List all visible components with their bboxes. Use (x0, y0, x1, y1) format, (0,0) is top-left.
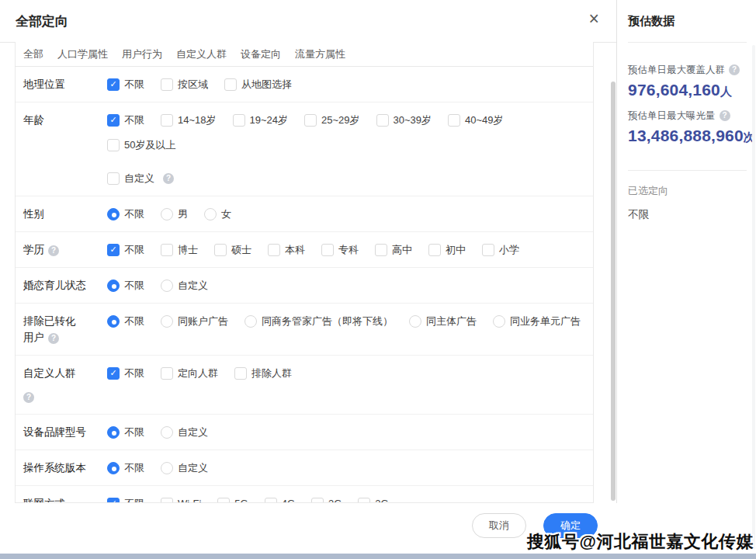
checkbox-option[interactable]: 3G (311, 495, 342, 503)
checkbox-option[interactable]: 从地图选择 (224, 76, 292, 92)
checkbox-checked-icon[interactable]: ✓ (107, 367, 120, 380)
modal-scrollbar-thumb[interactable] (611, 82, 616, 501)
checkbox-icon[interactable] (321, 244, 334, 256)
radio-option[interactable]: 不限 (107, 460, 144, 476)
radio-option[interactable]: 不限 (107, 424, 144, 440)
checkbox-checked-icon[interactable]: ✓ (107, 244, 120, 256)
checkbox-icon[interactable] (214, 244, 227, 256)
radio-icon[interactable] (409, 315, 421, 328)
tab-5[interactable]: 流量方属性 (295, 47, 345, 61)
radio-option[interactable]: 不限 (107, 277, 144, 293)
checkbox-option[interactable]: 专科 (321, 241, 359, 258)
checkbox-icon[interactable] (161, 367, 173, 380)
radio-option[interactable]: 自定义 (161, 277, 208, 293)
checkbox-icon[interactable] (375, 244, 387, 256)
checkbox-option[interactable]: Wi-Fi (161, 495, 201, 503)
checkbox-icon[interactable] (428, 244, 441, 256)
help-icon[interactable] (23, 392, 34, 403)
checkbox-option[interactable]: ✓不限 (107, 365, 144, 381)
checkbox-option[interactable]: 高中 (375, 241, 412, 258)
radio-checked-icon[interactable] (107, 280, 120, 292)
checkbox-icon[interactable] (304, 114, 317, 127)
checkbox-option[interactable]: ✓不限 (107, 495, 144, 503)
checkbox-icon[interactable] (224, 78, 237, 91)
radio-option[interactable]: 同主体广告 (409, 313, 477, 329)
radio-icon[interactable] (161, 462, 173, 474)
tab-3[interactable]: 自定义人群 (176, 47, 227, 61)
tab-0[interactable]: 全部 (23, 47, 43, 61)
checkbox-option[interactable]: ✓不限 (107, 112, 144, 128)
help-icon[interactable] (729, 64, 740, 75)
checkbox-icon[interactable] (234, 367, 247, 380)
checkbox-icon[interactable] (161, 78, 173, 91)
radio-checked-icon[interactable] (107, 426, 120, 439)
radio-option[interactable]: 不限 (107, 313, 144, 329)
radio-option[interactable]: 女 (204, 206, 231, 222)
checkbox-option[interactable]: 19~24岁 (233, 112, 289, 128)
checkbox-icon[interactable] (376, 114, 389, 127)
radio-icon[interactable] (244, 315, 257, 328)
checkbox-icon[interactable] (217, 498, 230, 504)
checkbox-option[interactable]: 硕士 (214, 241, 251, 258)
radio-checked-icon[interactable] (107, 208, 120, 220)
checkbox-option[interactable]: 40~49岁 (448, 112, 504, 128)
radio-option[interactable]: 同账户广告 (161, 313, 228, 329)
radio-icon[interactable] (204, 208, 217, 220)
help-icon[interactable] (163, 173, 174, 184)
checkbox-icon[interactable] (107, 139, 120, 151)
checkbox-option[interactable]: 25~29岁 (304, 112, 360, 128)
checkbox-option[interactable]: 博士 (161, 241, 198, 258)
radio-checked-icon[interactable] (107, 462, 120, 474)
radio-icon[interactable] (161, 208, 173, 220)
panel-scrollbar-track[interactable] (752, 45, 755, 550)
checkbox-icon[interactable] (161, 114, 173, 127)
checkbox-icon[interactable] (358, 498, 370, 504)
checkbox-icon[interactable] (268, 244, 280, 256)
help-icon[interactable] (720, 110, 730, 121)
checkbox-option[interactable]: 14~18岁 (161, 112, 217, 128)
help-icon[interactable] (48, 333, 59, 344)
checkbox-option[interactable]: 50岁及以上 (107, 137, 175, 153)
checkbox-option[interactable]: 本科 (268, 241, 305, 258)
checkbox-option[interactable]: 30~39岁 (376, 112, 432, 128)
radio-option[interactable]: 不限 (107, 206, 144, 222)
checkbox-option[interactable]: 5G (217, 495, 248, 503)
radio-icon[interactable] (161, 426, 173, 439)
checkbox-option[interactable]: ✓不限 (107, 76, 144, 92)
radio-icon[interactable] (161, 280, 173, 292)
checkbox-icon[interactable] (265, 498, 277, 504)
radio-checked-icon[interactable] (107, 315, 120, 328)
cancel-button[interactable]: 取消 (472, 513, 526, 538)
checkbox-checked-icon[interactable]: ✓ (107, 498, 120, 504)
checkbox-option[interactable]: 初中 (428, 241, 466, 258)
checkbox-icon[interactable] (448, 114, 460, 127)
checkbox-icon[interactable] (311, 498, 324, 504)
radio-option[interactable]: 自定义 (161, 460, 208, 476)
radio-icon[interactable] (161, 315, 173, 328)
checkbox-icon[interactable] (107, 172, 120, 185)
radio-icon[interactable] (493, 315, 505, 328)
checkbox-checked-icon[interactable]: ✓ (107, 78, 120, 91)
radio-option[interactable]: 同商务管家广告（即将下线） (244, 313, 393, 329)
checkbox-option[interactable]: 小学 (482, 241, 519, 258)
checkbox-icon[interactable] (161, 244, 173, 256)
checkbox-checked-icon[interactable]: ✓ (107, 114, 120, 127)
checkbox-option[interactable]: 4G (265, 495, 295, 503)
checkbox-option[interactable]: 自定义 (107, 170, 174, 186)
tab-1[interactable]: 人口学属性 (57, 47, 108, 61)
checkbox-option[interactable]: 按区域 (161, 76, 208, 92)
checkbox-option[interactable]: 排除人群 (234, 365, 292, 381)
radio-option[interactable]: 同业务单元广告 (493, 313, 581, 329)
tab-2[interactable]: 用户行为 (122, 47, 162, 61)
help-icon[interactable] (48, 245, 59, 256)
checkbox-icon[interactable] (161, 498, 173, 504)
radio-option[interactable]: 自定义 (161, 424, 208, 440)
close-icon[interactable]: × (589, 10, 599, 28)
checkbox-icon[interactable] (233, 114, 245, 127)
radio-option[interactable]: 男 (161, 206, 188, 222)
checkbox-option[interactable]: 定向人群 (161, 365, 218, 381)
checkbox-option[interactable]: 2G (358, 495, 388, 503)
checkbox-option[interactable]: ✓不限 (107, 241, 144, 258)
checkbox-icon[interactable] (482, 244, 494, 256)
tab-4[interactable]: 设备定向 (241, 47, 281, 61)
